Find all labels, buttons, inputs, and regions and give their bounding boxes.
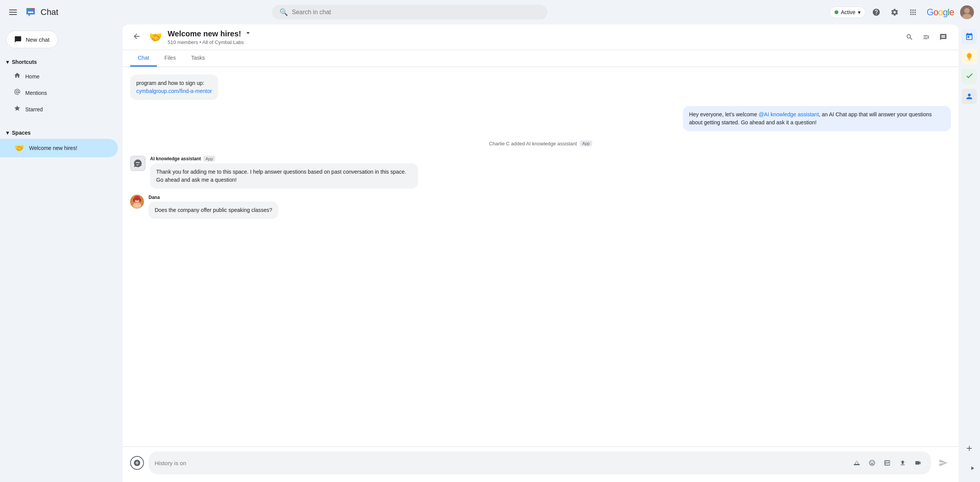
status-dot — [835, 10, 838, 14]
settings-button[interactable] — [887, 5, 902, 20]
messages-area: program and how to sign up: cymbalgroup.… — [122, 67, 959, 446]
chat-header-info: Welcome new hires! 510 members • All of … — [168, 29, 897, 45]
spaces-label: Spaces — [12, 130, 31, 136]
chat-title[interactable]: Welcome new hires! — [168, 29, 897, 39]
contacts-icon[interactable] — [962, 89, 977, 104]
search-input[interactable] — [292, 9, 540, 16]
search-bar-wrapper: 🔍 — [272, 5, 547, 20]
new-chat-button[interactable]: New chat — [6, 31, 58, 48]
shortcuts-section: ▾ Shortcuts Home Mentions Starred — [0, 54, 122, 119]
mentions-label: Mentions — [25, 90, 47, 96]
message-row-outgoing: Hey everyone, let's welcome @AI knowledg… — [130, 106, 951, 131]
chat-tabs: Chat Files Tasks — [122, 50, 959, 67]
toggle-panel-button[interactable] — [919, 29, 934, 45]
tasks-icon[interactable] — [962, 69, 977, 84]
search-bar: 🔍 — [272, 5, 547, 20]
emoji-button[interactable] — [865, 456, 879, 470]
sidebar-item-home[interactable]: Home — [0, 68, 118, 85]
svg-point-1 — [28, 11, 30, 13]
starred-label: Starred — [25, 106, 43, 112]
back-button[interactable] — [130, 30, 143, 45]
status-indicator[interactable]: Active ▾ — [830, 7, 865, 18]
search-in-chat-button[interactable] — [902, 29, 917, 45]
system-message: Charlie C added AI knowledge assistant A… — [130, 137, 951, 150]
apps-button[interactable] — [905, 5, 921, 20]
expand-button[interactable] — [966, 462, 978, 476]
right-panel — [959, 24, 980, 482]
chat-logo-icon — [24, 5, 38, 19]
svg-point-12 — [139, 198, 141, 202]
dana-sender: Dana — [149, 195, 278, 200]
ai-avatar — [130, 156, 145, 171]
tab-files-label: Files — [165, 55, 176, 61]
ai-sender-name: AI knowledge assistant — [150, 156, 201, 161]
ai-message-bubble: Thank you for adding me to this space. I… — [150, 163, 418, 189]
threads-button[interactable] — [936, 29, 951, 45]
message-row: program and how to sign up: cymbalgroup.… — [130, 75, 951, 100]
send-button[interactable] — [936, 455, 951, 471]
top-bar: Chat 🔍 Active ▾ Google — [0, 0, 980, 24]
spaces-header[interactable]: ▾ Spaces — [0, 127, 122, 139]
app-badge-ai: App — [203, 156, 216, 162]
chat-header-emoji: 🤝 — [148, 29, 163, 45]
space-name: Welcome new hires! — [29, 145, 77, 151]
svg-point-2 — [30, 11, 32, 13]
tab-chat[interactable]: Chat — [130, 50, 157, 67]
tab-tasks-label: Tasks — [191, 55, 205, 61]
calendar-icon[interactable] — [962, 29, 977, 44]
home-label: Home — [25, 73, 39, 80]
app-logo: Chat — [24, 5, 58, 19]
add-panel-button[interactable] — [962, 441, 977, 456]
keep-icon[interactable] — [962, 49, 977, 64]
app-title: Chat — [41, 7, 58, 17]
status-text: Active — [841, 9, 855, 15]
dana-sender-name: Dana — [149, 195, 160, 200]
expand-section — [959, 459, 980, 479]
sidebar-item-starred[interactable]: Starred — [0, 101, 118, 117]
message-input-wrapper — [149, 451, 931, 474]
chat-header-actions — [902, 29, 951, 45]
ai-message-content: AI knowledge assistant App Thank you for… — [150, 156, 418, 189]
home-icon — [14, 72, 21, 81]
status-chevron: ▾ — [858, 9, 861, 15]
spaces-chevron: ▾ — [6, 130, 9, 136]
system-message-text: Charlie C added AI knowledge assistant — [489, 141, 577, 147]
message-content: program and how to sign up: cymbalgroup.… — [130, 75, 218, 100]
format-text-button[interactable] — [850, 456, 864, 470]
upload-button[interactable] — [896, 456, 910, 470]
gif-button[interactable] — [880, 456, 894, 470]
chat-header: 🤝 Welcome new hires! 510 members • All o… — [122, 24, 959, 50]
mention-ai-assistant: @AI knowledge assistant — [759, 111, 819, 117]
message-input[interactable] — [155, 460, 847, 466]
add-attachment-button[interactable] — [130, 456, 144, 470]
shortcuts-header[interactable]: ▾ Shortcuts — [0, 56, 122, 68]
message-bubble-outgoing: Hey everyone, let's welcome @AI knowledg… — [683, 106, 951, 131]
starred-icon — [14, 105, 21, 114]
dana-message-content: Dana Does the company offer public speak… — [149, 195, 278, 219]
mentor-link[interactable]: cymbalgroup.com/find-a-mentor — [136, 88, 212, 94]
chat-title-chevron — [244, 29, 252, 39]
chat-title-text: Welcome new hires! — [168, 29, 241, 38]
tab-tasks[interactable]: Tasks — [183, 50, 212, 67]
menu-icon[interactable] — [6, 5, 20, 20]
sidebar-item-mentions[interactable]: Mentions — [0, 85, 118, 101]
message-content-outgoing: Hey everyone, let's welcome @AI knowledg… — [683, 106, 951, 131]
tab-files[interactable]: Files — [157, 50, 184, 67]
help-button[interactable] — [869, 5, 884, 20]
input-area — [122, 446, 959, 482]
chat-subtitle: 510 members • All of Cymbal Labs — [168, 39, 897, 45]
shortcuts-chevron: ▾ — [6, 59, 9, 65]
svg-point-11 — [133, 198, 135, 202]
mentions-icon — [14, 88, 21, 97]
user-avatar[interactable] — [960, 5, 974, 19]
app-badge-system: App — [580, 140, 592, 147]
input-actions — [850, 456, 925, 470]
svg-point-9 — [133, 203, 141, 208]
video-call-button[interactable] — [911, 456, 925, 470]
svg-point-3 — [31, 11, 33, 13]
sidebar-item-welcome-new-hires[interactable]: 🤝 Welcome new hires! — [0, 139, 118, 157]
google-logo: Google — [927, 7, 954, 18]
new-chat-label: New chat — [26, 36, 50, 43]
ai-message-row: AI knowledge assistant App Thank you for… — [130, 156, 951, 189]
search-icon: 🔍 — [279, 8, 288, 16]
